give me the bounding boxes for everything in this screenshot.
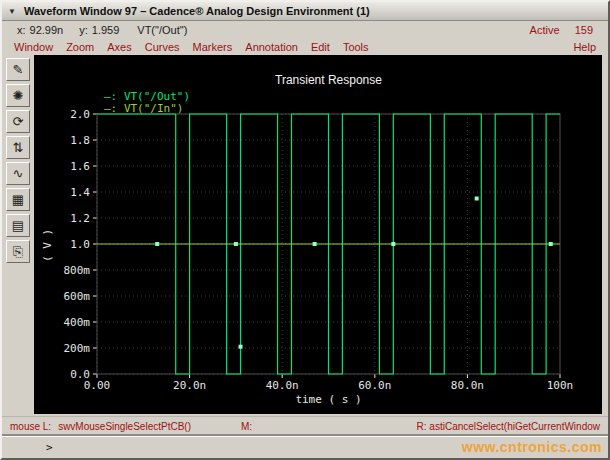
legend-label: VT("/In") [124,102,184,115]
trace-marker[interactable] [391,242,395,246]
menu-item-tools[interactable]: Tools [343,41,369,53]
plot-legend: —: VT("/Out")—: VT("/In") [104,91,190,115]
menu-item-curves[interactable]: Curves [145,41,180,53]
readout-row: x: 92.99n y: 1.959 VT("/Out") Active 159 [2,21,608,38]
selected-trace-label: VT("/Out") [137,24,187,36]
menu-item-axes[interactable]: Axes [107,41,131,53]
active-status: Active 159 [530,24,593,36]
plot-wrap: 2.01.81.61.41.21.0800m600m400m200m0.00.0… [34,55,608,416]
strip-chart-icon: ▤ [12,219,24,232]
toolbar: ✎✺⟳⇅∿▦▤⎘ [2,55,34,416]
y-tick-label: 1.0 [70,238,90,251]
y-tick-label: 1.4 [70,186,90,199]
x-tick-label: 40.0n [266,379,299,392]
x-tick-label: 20.0n [173,379,206,392]
x-tick-label: 80.0n [451,379,484,392]
mouse-left-binding: swvMouseSingleSelectPtCB() [58,421,191,432]
y-tick-label: 1.6 [70,160,90,173]
y-readout-value: 1.959 [92,24,120,36]
plot-area[interactable]: 2.01.81.61.41.21.0800m600m400m200m0.00.0… [34,55,602,414]
waveform-window: ▼ Waveform Window 97 – Cadence® Analog D… [0,0,610,460]
x-tick-label: 60.0n [358,379,391,392]
fit-vertical-button[interactable]: ⇅ [6,136,30,159]
trace-marker[interactable] [475,197,479,201]
calculator-button[interactable]: ▦ [6,188,30,211]
status-bar: mouse L: swvMouseSingleSelectPtCB() M: R… [2,416,608,436]
legend-swatch: —: [104,102,124,115]
active-count: 159 [575,24,593,36]
plot-title: Transient Response [97,73,560,87]
trace-marker[interactable] [313,242,317,246]
starburst-button[interactable]: ✺ [6,84,30,107]
refresh-icon: ⟳ [13,115,24,128]
x-readout-value: 92.99n [30,24,64,36]
prompt-row: > www.cntronics.com [2,436,608,458]
x-tick-label: 100n [547,379,574,392]
y-tick-label: 400m [64,316,91,329]
menu-item-annotation[interactable]: Annotation [245,41,298,53]
x-axis-label: time ( s ) [97,393,560,406]
trace-marker[interactable] [549,242,553,246]
menu-item-zoom[interactable]: Zoom [66,41,94,53]
starburst-icon: ✺ [13,89,24,102]
y-tick-label: 800m [64,264,91,277]
window-title: Waveform Window 97 – Cadence® Analog Des… [24,5,370,17]
mouse-left-label: mouse L: [10,421,51,432]
copy-window-button[interactable]: ⎘ [6,240,30,263]
pen-tool-button[interactable]: ✎ [6,58,30,81]
menu-item-window[interactable]: Window [14,41,53,53]
y-readout-label: y: [79,24,88,36]
mouse-right-binding: R: astiCancelSelect(hiGetCurrentWindow [417,421,600,432]
copy-window-icon: ⎘ [13,245,23,258]
window-menu-icon[interactable]: ▼ [8,7,16,16]
mouse-middle-label: M: [241,421,252,432]
titlebar[interactable]: ▼ Waveform Window 97 – Cadence® Analog D… [2,2,608,21]
x-tick-label: 0.00 [84,379,111,392]
y-tick-label: 1.2 [70,212,90,225]
menu-item-edit[interactable]: Edit [311,41,330,53]
trace-marker[interactable] [234,242,238,246]
calculator-icon: ▦ [12,193,24,206]
prompt-symbol: > [46,441,53,454]
menu-bar: WindowZoomAxesCurvesMarkersAnnotationEdi… [2,38,608,55]
legend-item-1[interactable]: —: VT("/In") [104,103,190,115]
trace-marker[interactable] [239,345,243,349]
y-tick-label: 200m [64,342,91,355]
trace-marker[interactable] [155,242,159,246]
strip-chart-button[interactable]: ▤ [6,214,30,237]
y-axis-label: ( V ) [41,216,54,276]
refresh-button[interactable]: ⟳ [6,110,30,133]
window-body: ✎✺⟳⇅∿▦▤⎘ 2.01.81.61.41.21.0800m600m400m2… [2,55,608,416]
y-tick-label: 1.8 [70,134,90,147]
menu-item-help[interactable]: Help [573,41,596,53]
y-tick-label: 2.0 [70,108,90,121]
fit-vertical-icon: ⇅ [13,141,24,154]
menu-item-markers[interactable]: Markers [193,41,233,53]
y-tick-label: 600m [64,290,91,303]
pen-tool-icon: ✎ [13,63,24,76]
waveform-zoom-icon: ∿ [13,167,24,180]
waveform-zoom-button[interactable]: ∿ [6,162,30,185]
x-readout-label: x: [17,24,26,36]
watermark-text: www.cntronics.com [462,439,602,455]
active-label: Active [530,24,560,36]
